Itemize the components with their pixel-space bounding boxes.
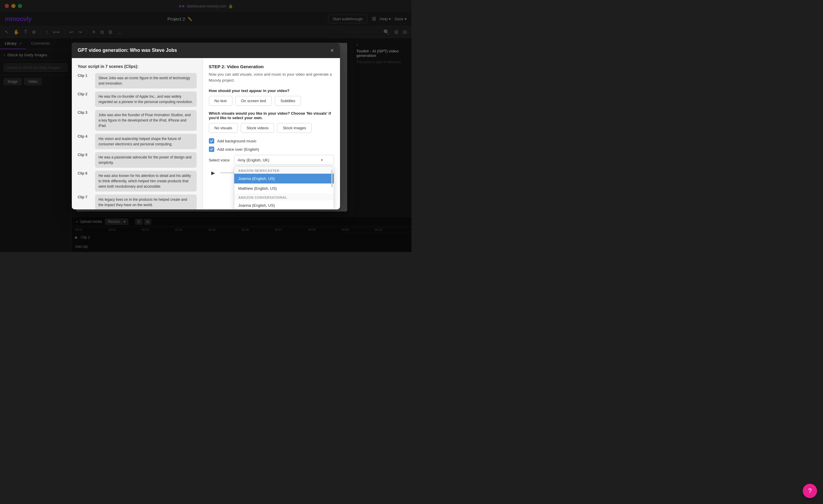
no-visuals-button[interactable]: No visuals bbox=[209, 123, 238, 133]
modal-close-button[interactable]: × bbox=[330, 47, 334, 53]
gpt-modal: GPT video generation: Who was Steve Jobs… bbox=[72, 43, 340, 209]
stock-images-button[interactable]: Stock images bbox=[277, 123, 312, 133]
clip-3-text: Jobs was also the founder of Pixar Anima… bbox=[95, 110, 197, 131]
modal-title: GPT video generation: Who was Steve Jobs bbox=[78, 48, 177, 53]
background-music-label: Add background music bbox=[217, 139, 257, 143]
clip-2-text: He was the co-founder of Apple Inc., and… bbox=[95, 92, 197, 107]
no-text-button[interactable]: No text bbox=[209, 96, 232, 106]
clip-7-label-modal: Clip 7 bbox=[78, 194, 92, 199]
dropdown-joanna-newscaster[interactable]: Joanna (English, US) bbox=[234, 174, 334, 183]
voice-select-wrapper: Amy (English, UK) ▾ AMAZON NEWSCASTER Jo… bbox=[234, 155, 334, 165]
clip-1-label-modal: Clip 1 bbox=[78, 73, 92, 78]
modal-left-panel: Your script in 7 scenes (Clips): Clip 1 … bbox=[72, 58, 203, 209]
clip-6-label-modal: Clip 6 bbox=[78, 171, 92, 175]
subtitles-button[interactable]: Subtitles bbox=[275, 96, 301, 106]
amazon-conversational-category: AMAZON CONVERSATIONAL bbox=[234, 193, 334, 200]
clip-row-1: Clip 1 Steve Jobs was an iconic figure i… bbox=[78, 73, 197, 89]
clip-4-label-modal: Clip 4 bbox=[78, 134, 92, 139]
dropdown-scrollbar bbox=[331, 167, 333, 209]
clip-7-text: His legacy lives on in the products he h… bbox=[95, 194, 197, 209]
background-music-checkbox[interactable] bbox=[209, 138, 214, 144]
stock-videos-button[interactable]: Stock videos bbox=[241, 123, 274, 133]
clip-row-4: Clip 4 His vision and leadership helped … bbox=[78, 134, 197, 149]
text-appearance-question: How should your text appear in your vide… bbox=[209, 89, 334, 93]
step-2-title: STEP 2: Video Generation bbox=[209, 64, 334, 69]
play-button[interactable]: ▶ bbox=[209, 169, 217, 177]
script-heading: Your script in 7 scenes (Clips): bbox=[78, 64, 197, 69]
voice-chevron-icon: ▾ bbox=[321, 158, 323, 162]
voice-dropdown: AMAZON NEWSCASTER Joanna (English, US) M… bbox=[234, 166, 334, 209]
modal-header: GPT video generation: Who was Steve Jobs… bbox=[72, 43, 340, 58]
clip-row-7: Clip 7 His legacy lives on in the produc… bbox=[78, 194, 197, 209]
text-appearance-options: No text On screen text Subtitles bbox=[209, 96, 334, 106]
clip-1-text: Steve Jobs was an iconic figure in the w… bbox=[95, 73, 197, 89]
step-2-desc: Now you can add visuals, voice and music… bbox=[209, 71, 334, 83]
clip-3-label-modal: Clip 3 bbox=[78, 110, 92, 115]
select-voice-row: Select voice Amy (English, UK) ▾ AMAZON … bbox=[209, 155, 334, 165]
dropdown-matthew-newscaster[interactable]: Matthew (English, US) bbox=[234, 183, 334, 193]
voice-select-display[interactable]: Amy (English, UK) ▾ bbox=[234, 155, 334, 165]
voice-over-checkbox[interactable] bbox=[209, 147, 214, 152]
amazon-newscaster-category: AMAZON NEWSCASTER bbox=[234, 167, 334, 174]
selected-voice-text: Amy (English, UK) bbox=[238, 158, 269, 162]
select-voice-label: Select voice bbox=[209, 158, 230, 162]
scrollbar-thumb bbox=[331, 169, 333, 187]
clip-5-text: He was a passionate advocate for the pow… bbox=[95, 152, 197, 168]
modal-backdrop[interactable]: GPT video generation: Who was Steve Jobs… bbox=[0, 0, 412, 252]
modal-right-panel: STEP 2: Video Generation Now you can add… bbox=[203, 58, 340, 209]
clip-row-5: Clip 5 He was a passionate advocate for … bbox=[78, 152, 197, 168]
clip-row-6: Clip 6 He was also known for his attenti… bbox=[78, 171, 197, 191]
modal-body: Your script in 7 scenes (Clips): Clip 1 … bbox=[72, 58, 340, 209]
visuals-question: Which visuals would you like in your vid… bbox=[209, 111, 334, 120]
voice-over-row: Add voice over (English) bbox=[209, 147, 334, 152]
clip-2-label-modal: Clip 2 bbox=[78, 92, 92, 96]
visuals-options: No visuals Stock videos Stock images bbox=[209, 123, 334, 133]
clip-row-3: Clip 3 Jobs was also the founder of Pixa… bbox=[78, 110, 197, 131]
clip-4-text: His vision and leadership helped shape t… bbox=[95, 134, 197, 149]
voice-over-label: Add voice over (English) bbox=[217, 147, 259, 152]
background-music-row: Add background music bbox=[209, 138, 334, 144]
clip-row-2: Clip 2 He was the co-founder of Apple In… bbox=[78, 92, 197, 107]
clip-6-text: He was also known for his attention to d… bbox=[95, 171, 197, 191]
clip-5-label-modal: Clip 5 bbox=[78, 152, 92, 157]
on-screen-text-button[interactable]: On screen text bbox=[235, 96, 272, 106]
dropdown-joanna-conversational[interactable]: Joanna (English, US) bbox=[234, 200, 334, 209]
